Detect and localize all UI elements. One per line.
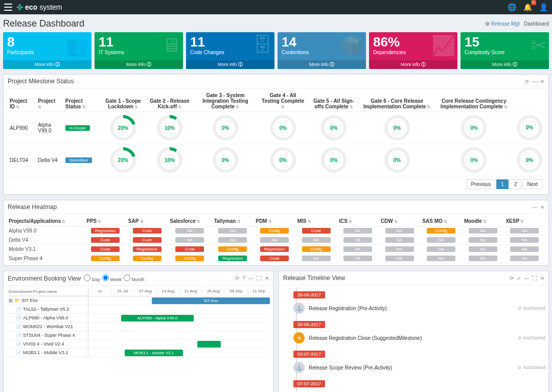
gate-donut: 10% [157, 147, 182, 173]
gate-donut: 0% [461, 115, 487, 141]
heatmap-col-head[interactable]: Salesforce [168, 216, 212, 226]
milestone-col-head[interactable]: Gate 1 - Scope Lockdown [100, 90, 147, 112]
fullscreen-icon[interactable]: ⛶ [257, 275, 262, 281]
milestone-col-head[interactable]: Project [35, 90, 62, 112]
timeline-date: 07-07-2017 [293, 380, 325, 387]
milestone-col-head[interactable]: Gate 6 - Core Release Implementation Com… [360, 90, 434, 112]
heatmap-cell: Regression [133, 246, 162, 252]
timeline-text: Release Registration (Pre-Activity) [309, 306, 514, 311]
stat-bg-icon: ✂ [531, 34, 547, 57]
menu-toggle-icon[interactable] [4, 4, 12, 11]
milestone-col-head[interactable]: Gate 2 - Release Kick-off [147, 90, 193, 112]
minimize-icon[interactable]: — [532, 204, 537, 210]
gantt-row-label[interactable]: MOB3.1 - Mobile V3.1 [7, 349, 88, 357]
heatmap-col-head[interactable]: Tallyman [212, 216, 254, 226]
milestone-col-head[interactable]: Gate 4 - All Testing Complete [258, 90, 308, 112]
heatmap-row: Alpha V99.0RegressionCodeNANAConfigCodeN… [7, 226, 545, 236]
milestone-row: DELT04Delta V4Submitted20%10%0%0%0%0%0%0… [7, 144, 545, 176]
milestone-row: ALP990Alpha V99.0In-Scope20%10%0%0%0%0%0… [7, 112, 545, 144]
heatmap-cell: Config [218, 246, 247, 252]
gantt-row-label[interactable]: ALP990 - Alpha V99.0 [7, 314, 88, 322]
close-icon[interactable]: ✕ [540, 204, 544, 210]
gantt-row-label[interactable]: VIV02.4 - Vivid V2.4 [7, 340, 88, 349]
gantt-bar[interactable]: SIT Env [152, 297, 270, 304]
refresh-icon[interactable]: ⟳ [510, 275, 514, 281]
heatmap-col-head[interactable]: MIS [295, 216, 337, 226]
heatmap-cell: Code [91, 246, 120, 252]
heatmap-col-head[interactable]: CDW [379, 216, 421, 226]
view-mode-day[interactable]: Day [84, 277, 100, 282]
timeline-status: ⊘ NotStarted [518, 335, 545, 340]
more-info-link[interactable]: More info ⓘ [278, 60, 366, 69]
gantt-row-label[interactable]: STSU04 - Super Phase 4 [7, 331, 88, 340]
stat-card: 15Complexity Score✂More info ⓘ [461, 32, 549, 69]
heatmap-cell: NA [385, 228, 414, 234]
user-icon[interactable]: 👤 [539, 3, 548, 11]
heatmap-cell: NA [469, 237, 497, 243]
refresh-icon[interactable]: ⟳ [235, 275, 239, 281]
refresh-icon[interactable]: ⟳ [525, 79, 529, 84]
heatmap-col-head[interactable]: PPS [84, 216, 126, 226]
heatmap-col-head[interactable]: SAP [126, 216, 168, 226]
close-icon[interactable]: ✕ [265, 275, 269, 281]
minimize-icon[interactable]: — [532, 79, 537, 84]
heatmap-cell: NA [260, 237, 289, 243]
bell-icon[interactable]: 🔔0 [523, 3, 532, 11]
brand-logo[interactable]: ✤ ecosystem [16, 3, 62, 12]
view-mode-month[interactable]: Month [124, 277, 145, 282]
page-title: Release Dashboard [3, 18, 84, 29]
milestone-col-head[interactable]: Project ID [7, 90, 35, 112]
milestone-col-head[interactable]: Core Release Contingency Implementation … [434, 90, 514, 112]
more-info-link[interactable]: More info ⓘ [95, 60, 183, 69]
globe-icon[interactable]: 🌐 [508, 3, 516, 11]
help-icon[interactable]: ? [242, 275, 245, 281]
milestone-col-head[interactable]: Project Status [62, 90, 100, 112]
more-info-link[interactable]: More info ⓘ [369, 60, 457, 69]
pager-prev[interactable]: Previous [466, 179, 495, 189]
pagination: Previous12Next [7, 176, 545, 192]
pager-page[interactable]: 2 [510, 179, 522, 189]
heatmap-col-head[interactable]: Moodle [462, 216, 504, 226]
crumb-root[interactable]: Release Mgt [491, 21, 520, 27]
heatmap-cell: Config [133, 256, 162, 261]
gantt-bar[interactable]: ALP990 - Alpha V99.0 [121, 315, 194, 321]
fullscreen-icon[interactable]: ⛶ [532, 275, 537, 281]
heatmap-col-head[interactable]: XESP [503, 216, 545, 226]
notif-badge: 0 [531, 0, 536, 5]
more-info-link[interactable]: More info ⓘ [186, 60, 274, 69]
gantt-root-row[interactable]: ⊟ SIT Env [7, 296, 88, 305]
gate-donut: 0% [384, 115, 410, 141]
gantt-row-label[interactable]: TAL52 - Tallyman V5.2 [7, 305, 88, 314]
gantt-bar[interactable] [197, 341, 221, 348]
milestone-col-head[interactable]: Gate 3 - System Integration Testing Comp… [193, 90, 258, 112]
heatmap-project: Delta V4 [7, 236, 84, 245]
gantt-bar[interactable]: MOB3.1 - Mobile V3.1 [125, 350, 183, 356]
stat-card: 14Contentions📦More info ⓘ [278, 32, 366, 69]
heatmap-col-head[interactable]: PDM [254, 216, 295, 226]
stat-bg-icon: 🗄 [253, 34, 272, 56]
gate-donut: 0% [384, 147, 410, 173]
minimize-icon[interactable]: — [524, 275, 529, 281]
more-info-link[interactable]: More info ⓘ [3, 60, 91, 69]
pager-next[interactable]: Next [522, 179, 542, 189]
heatmap-col-head[interactable]: SAS MO [420, 216, 462, 226]
heatmap-cell: NA [175, 237, 204, 243]
view-mode-week[interactable]: Week [102, 277, 122, 282]
gantt-row-label[interactable]: WOM021 - Wombat V21 [7, 322, 88, 331]
heatmap-table: Projects/ApplicationsPPSSAPSalesforceTal… [7, 216, 545, 263]
close-icon[interactable]: ✕ [540, 79, 544, 84]
milestone-col-head[interactable]: Gate 5 - All Sign-offs Complete [308, 90, 360, 112]
pager-page[interactable]: 1 [496, 179, 509, 189]
heatmap-cell: Config [260, 228, 289, 234]
heatmap-cell: NA [510, 237, 539, 243]
heatmap-col-head[interactable]: Projects/Applications [7, 216, 84, 226]
minimize-icon[interactable]: — [248, 275, 254, 281]
more-info-link[interactable]: More info ⓘ [461, 60, 549, 69]
heatmap-cell: NA [469, 246, 497, 252]
expand-icon[interactable]: ⤢ [517, 275, 521, 281]
crumb-leaf: Dashboard [524, 21, 549, 27]
heatmap-col-head[interactable]: ICS [337, 216, 379, 226]
project-name: Alpha V99.0 [35, 112, 62, 144]
close-icon[interactable]: ✕ [540, 275, 544, 281]
timeline-status: ⊘ NotStarted [518, 365, 545, 370]
